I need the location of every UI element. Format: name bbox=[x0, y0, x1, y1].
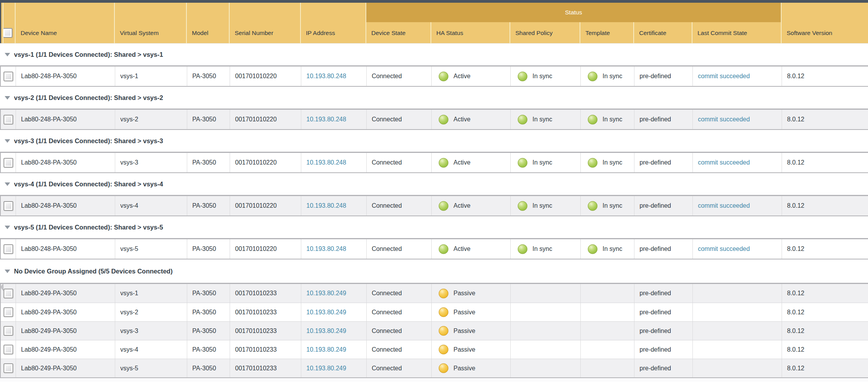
column-header-device_name[interactable]: Device Name bbox=[15, 22, 114, 44]
table-row[interactable]: Lab80-248-PA-3050vsys-5PA-30500017010102… bbox=[1, 239, 868, 259]
table-row[interactable]: Lab80-249-PA-3050vsys-3PA-30500017010102… bbox=[1, 321, 868, 340]
virtual_system-cell: vsys-4 bbox=[115, 196, 187, 216]
virtual_system-cell: vsys-5 bbox=[115, 359, 187, 377]
row-checkbox[interactable] bbox=[4, 72, 13, 81]
row-checkbox[interactable] bbox=[4, 244, 13, 254]
ip-address-link[interactable]: 10.193.80.248 bbox=[306, 202, 346, 209]
table-row[interactable]: Lab80-248-PA-3050vsys-2PA-30500017010102… bbox=[1, 110, 868, 129]
last-commit-link[interactable]: commit succeeded bbox=[698, 73, 750, 80]
group-label: vsys-2 (1/1 Devices Connected): Shared >… bbox=[14, 94, 163, 102]
serial_number-text: 001701010233 bbox=[235, 328, 277, 335]
serial_number-cell: 001701010233 bbox=[230, 303, 301, 321]
green-status-dot-icon bbox=[588, 244, 597, 254]
device-group-section: vsys-5 (1/1 Devices Connected): Shared >… bbox=[0, 216, 868, 259]
column-header-shared_policy[interactable]: Shared Policy bbox=[510, 22, 580, 44]
ip-address-link[interactable]: 10.193.80.248 bbox=[306, 159, 346, 166]
shared_policy-cell bbox=[510, 284, 580, 303]
ip-address-link[interactable]: 10.193.80.248 bbox=[306, 245, 346, 252]
device_name-cell: Lab80-248-PA-3050 bbox=[16, 110, 115, 129]
green-status-dot-icon bbox=[518, 115, 527, 124]
ip-address-link[interactable]: 10.193.80.248 bbox=[306, 73, 346, 80]
collapse-triangle-icon[interactable] bbox=[5, 182, 10, 186]
table-row[interactable]: Lab80-248-PA-3050vsys-1PA-30500017010102… bbox=[1, 67, 868, 86]
device_state-text: Connected bbox=[372, 116, 402, 123]
ip_address-cell: 10.193.80.248 bbox=[301, 196, 366, 216]
ip-address-link[interactable]: 10.193.80.249 bbox=[306, 290, 346, 297]
software_version-cell: 8.0.12 bbox=[782, 67, 868, 86]
virtual_system-cell: vsys-3 bbox=[115, 322, 187, 340]
software_version-cell: 8.0.12 bbox=[782, 239, 868, 259]
software_version-cell: 8.0.12 bbox=[782, 340, 868, 359]
column-header-virtual_system[interactable]: Virtual System bbox=[114, 22, 186, 44]
ha_status-cell: Active bbox=[431, 67, 510, 86]
collapse-triangle-icon[interactable] bbox=[5, 53, 10, 56]
column-header-device_state[interactable]: Device State bbox=[365, 22, 430, 44]
row-checkbox[interactable] bbox=[4, 115, 13, 124]
ip-address-link[interactable]: 10.193.80.249 bbox=[306, 309, 346, 316]
collapse-triangle-icon[interactable] bbox=[5, 226, 10, 229]
table-row[interactable]: Lab80-249-PA-3050vsys-1PA-30500017010102… bbox=[1, 284, 868, 303]
last-commit-link[interactable]: commit succeeded bbox=[698, 159, 750, 166]
group-header-row[interactable]: vsys-1 (1/1 Devices Connected): Shared >… bbox=[0, 44, 868, 65]
yellow-status-dot-icon bbox=[439, 307, 448, 317]
table-row[interactable]: Lab80-248-PA-3050vsys-3PA-30500017010102… bbox=[1, 153, 868, 172]
row-checkbox[interactable] bbox=[4, 363, 13, 373]
serial_number-cell: 001701010233 bbox=[230, 359, 301, 377]
row-checkbox[interactable] bbox=[4, 326, 13, 336]
ip_address-cell: 10.193.80.248 bbox=[301, 153, 366, 172]
shared_policy-cell bbox=[510, 303, 580, 321]
row-checkbox[interactable] bbox=[4, 289, 13, 298]
ip-address-link[interactable]: 10.193.80.248 bbox=[306, 116, 346, 123]
collapse-triangle-icon[interactable] bbox=[5, 139, 10, 143]
last-commit-link[interactable]: commit succeeded bbox=[698, 245, 750, 252]
row-checkbox[interactable] bbox=[4, 307, 13, 317]
table-row[interactable]: Lab80-249-PA-3050vsys-5PA-30500017010102… bbox=[1, 359, 868, 377]
device_state-cell: Connected bbox=[366, 359, 431, 377]
group-header-row[interactable]: vsys-4 (1/1 Devices Connected): Shared >… bbox=[0, 173, 868, 195]
serial_number-cell: 001701010220 bbox=[230, 239, 301, 259]
column-header-ha_status[interactable]: HA Status bbox=[430, 22, 510, 44]
collapse-triangle-icon[interactable] bbox=[5, 96, 10, 100]
collapse-triangle-icon[interactable] bbox=[5, 270, 10, 273]
model-text: PA-3050 bbox=[192, 73, 216, 80]
shared_policy-cell: In sync bbox=[510, 239, 580, 259]
yellow-status-dot-icon bbox=[439, 289, 448, 298]
panel-collapse-arrow-icon[interactable] bbox=[0, 283, 4, 291]
column-header-last_commit_state[interactable]: Last Commit State bbox=[692, 22, 781, 44]
group-label: vsys-1 (1/1 Devices Connected): Shared >… bbox=[14, 51, 163, 58]
shared_policy-text: In sync bbox=[532, 159, 552, 166]
serial_number-cell: 001701010233 bbox=[230, 284, 301, 303]
column-header-ip_address[interactable]: IP Address bbox=[300, 22, 365, 44]
group-label: No Device Group Assigned (5/5 Devices Co… bbox=[14, 268, 172, 275]
select-all-checkbox[interactable] bbox=[3, 28, 12, 38]
group-header-row[interactable]: vsys-5 (1/1 Devices Connected): Shared >… bbox=[0, 216, 868, 238]
certificate-cell: pre-defined bbox=[634, 239, 692, 259]
row-checkbox[interactable] bbox=[4, 158, 13, 168]
certificate-cell: pre-defined bbox=[634, 196, 692, 216]
certificate-text: pre-defined bbox=[640, 328, 671, 335]
last_commit_state-cell bbox=[692, 322, 782, 340]
table-row[interactable]: Lab80-249-PA-3050vsys-4PA-30500017010102… bbox=[1, 340, 868, 359]
column-header-label: Shared Policy bbox=[515, 30, 553, 37]
certificate-text: pre-defined bbox=[640, 346, 671, 353]
last-commit-link[interactable]: commit succeeded bbox=[698, 116, 750, 123]
table-row[interactable]: Lab80-249-PA-3050vsys-2PA-30500017010102… bbox=[1, 303, 868, 321]
row-checkbox[interactable] bbox=[4, 345, 13, 354]
last_commit_state-cell bbox=[692, 284, 782, 303]
column-header-certificate[interactable]: Certificate bbox=[633, 22, 692, 44]
last-commit-link[interactable]: commit succeeded bbox=[698, 202, 750, 209]
group-header-row[interactable]: vsys-2 (1/1 Devices Connected): Shared >… bbox=[0, 87, 868, 109]
model-text: PA-3050 bbox=[192, 202, 216, 209]
ip-address-link[interactable]: 10.193.80.249 bbox=[306, 328, 346, 335]
table-row[interactable]: Lab80-248-PA-3050vsys-4PA-30500017010102… bbox=[1, 196, 868, 216]
group-header-row[interactable]: vsys-3 (1/1 Devices Connected): Shared >… bbox=[0, 130, 868, 152]
column-header-template[interactable]: Template bbox=[580, 22, 633, 44]
ip-address-link[interactable]: 10.193.80.249 bbox=[306, 346, 346, 353]
row-checkbox[interactable] bbox=[4, 201, 13, 211]
column-header-serial_number[interactable]: Serial Number bbox=[229, 22, 300, 44]
column-header-model[interactable]: Model bbox=[186, 22, 229, 44]
group-header-row[interactable]: No Device Group Assigned (5/5 Devices Co… bbox=[0, 259, 868, 283]
last_commit_state-cell bbox=[692, 359, 782, 377]
column-header-software_version[interactable]: Software Version bbox=[781, 22, 868, 44]
ip-address-link[interactable]: 10.193.80.249 bbox=[306, 365, 346, 372]
